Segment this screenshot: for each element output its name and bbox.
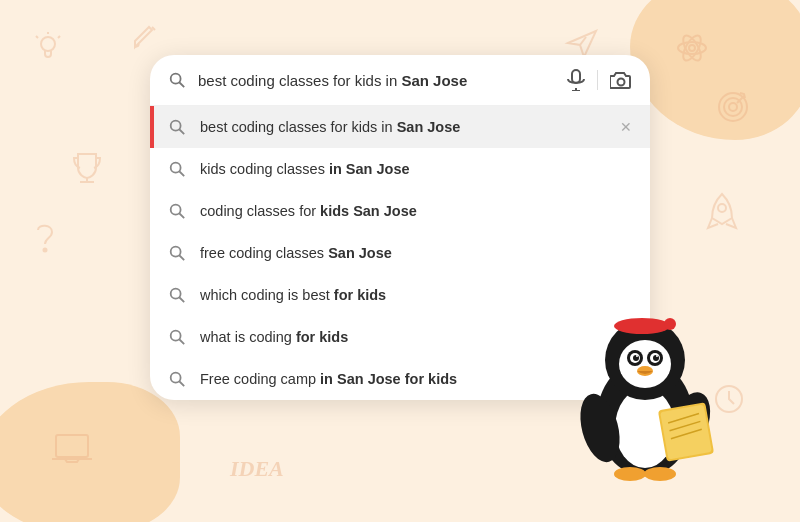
svg-line-62 [179,381,184,386]
svg-point-55 [171,247,181,257]
svg-point-49 [171,121,181,131]
svg-point-31 [636,355,638,357]
svg-line-54 [179,213,184,218]
svg-line-52 [179,171,184,176]
suggestion-text-0: best coding classes for kids in San Jose [200,119,606,135]
svg-line-56 [179,255,184,260]
svg-point-41 [614,467,646,481]
suggestion-text-4: which coding is best for kids [200,287,632,303]
search-query-bold: San Jose [401,72,467,89]
suggestion-item-0[interactable]: best coding classes for kids in San Jose… [150,106,650,148]
suggestion-text-5: what is coding for kids [200,329,632,345]
svg-point-51 [171,163,181,173]
suggestion-search-icon-0 [168,118,186,136]
svg-line-58 [179,297,184,302]
search-query-display: best coding classes for kids in San Jose [198,72,555,89]
camera-icon[interactable] [610,71,632,89]
svg-rect-23 [620,322,664,330]
suggestion-search-icon-6 [168,370,186,388]
suggestion-search-icon-5 [168,328,186,346]
suggestion-search-icon-3 [168,244,186,262]
svg-line-60 [179,339,184,344]
suggestion-item-3[interactable]: free coding classes San Jose [150,232,650,274]
suggestion-text-2: coding classes for kids San Jose [200,203,632,219]
microphone-icon[interactable] [567,69,585,91]
svg-point-57 [171,289,181,299]
suggestion-text-6: Free coding camp in San Jose for kids [200,371,632,387]
svg-rect-37 [660,405,712,460]
divider [597,70,598,90]
svg-point-30 [653,355,659,361]
search-icon-bar [168,71,186,89]
close-icon-0[interactable]: ✕ [620,119,632,135]
penguin-mascot [570,288,720,492]
svg-point-53 [171,205,181,215]
svg-point-42 [644,467,676,481]
suggestion-item-2[interactable]: coding classes for kids San Jose [150,190,650,232]
suggestion-search-icon-4 [168,286,186,304]
search-query-normal: best coding classes for kids in [198,72,401,89]
svg-point-29 [633,355,639,361]
svg-line-44 [179,82,184,87]
svg-rect-45 [572,70,580,83]
svg-line-50 [179,129,184,134]
svg-point-24 [664,318,676,330]
suggestion-text-3: free coding classes San Jose [200,245,632,261]
svg-point-21 [619,340,671,388]
suggestion-item-1[interactable]: kids coding classes in San Jose [150,148,650,190]
suggestion-search-icon-2 [168,202,186,220]
search-bar[interactable]: best coding classes for kids in San Jose [150,55,650,106]
svg-point-43 [171,74,181,84]
svg-point-59 [171,331,181,341]
suggestion-text-1: kids coding classes in San Jose [200,161,632,177]
svg-point-32 [656,355,658,357]
suggestion-search-icon-1 [168,160,186,178]
svg-point-48 [618,79,625,86]
svg-point-61 [171,373,181,383]
